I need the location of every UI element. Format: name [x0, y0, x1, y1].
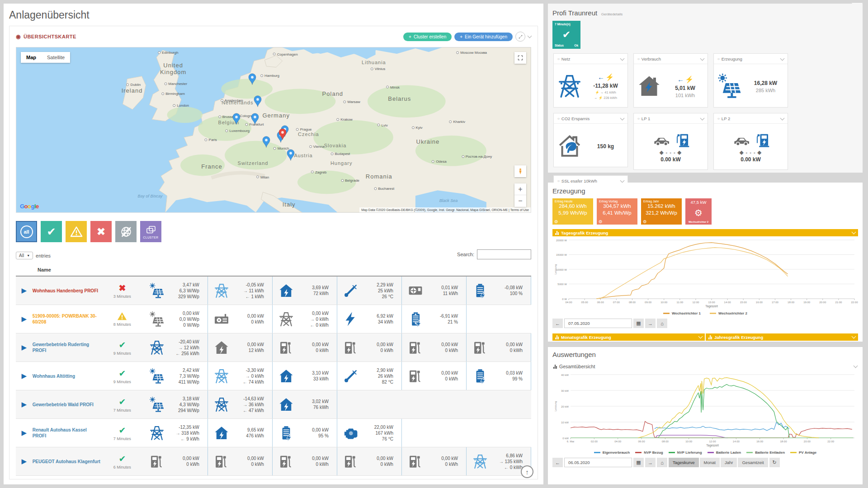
tagesgrafik-header[interactable]: Tagesgrafik Erzeugung: [552, 229, 858, 236]
plant-name-link[interactable]: Wohnhaus Altötting: [33, 362, 101, 390]
chevron-down-icon[interactable]: [780, 56, 785, 61]
filter-error-button[interactable]: ✖: [90, 221, 112, 242]
map-marker[interactable]: [248, 73, 257, 85]
map-fullscreen-button[interactable]: [514, 52, 526, 64]
cell-value-line: 411 W/Wp: [165, 379, 199, 385]
plus-icon: +: [409, 34, 411, 39]
table-row[interactable]: ▶Gewerbebetrieb Ruderting PROFI✔9 Minute…: [16, 333, 531, 362]
date-field[interactable]: 07.05.2020: [564, 319, 632, 328]
chevron-down-icon[interactable]: [620, 178, 625, 183]
play-button[interactable]: ▶: [16, 362, 33, 390]
satellite-button[interactable]: Satellite: [42, 52, 70, 63]
home-button[interactable]: ⌂: [657, 458, 667, 467]
plant-name-link[interactable]: Wohnhaus Handenberg PROFI: [33, 277, 101, 305]
inverter-card[interactable]: 47,5 kW⚙Wechselrichter 2: [685, 198, 712, 225]
play-button[interactable]: ▶: [16, 333, 33, 361]
status-tile[interactable]: 7 Minute(n) ✔ Status Ok: [552, 21, 580, 49]
table-row[interactable]: ▶Wohnhaus Handenberg PROFI✖3 Minutes3,47…: [16, 277, 531, 305]
chevron-down-icon[interactable]: [700, 56, 705, 61]
table-row[interactable]: ▶Renault Autohaus Kassel PROFI✔7 Minutes…: [16, 419, 531, 447]
filter-warning-button[interactable]: [66, 221, 87, 242]
svg-text:21:00: 21:00: [835, 301, 842, 304]
europe-map[interactable]: United KingdomIrelandFranceGermanyPoland…: [16, 47, 531, 213]
chevron-down-icon[interactable]: [528, 34, 532, 38]
table-row[interactable]: ▶Gewerbebetrieb Wald PROFI✔7 Minutes3,18…: [16, 390, 531, 419]
cell-value-line: 3,47 kW: [165, 282, 199, 288]
status-ok-icon: ✔: [118, 397, 126, 407]
home-button[interactable]: ⌂: [657, 319, 667, 328]
gesamt-header[interactable]: Gesamtübersicht: [552, 362, 858, 371]
map-marker[interactable]: [286, 149, 295, 161]
table-row[interactable]: ▶51909-00005: POWRBANK 30-60/2088 Minute…: [16, 305, 531, 333]
plant-name-link[interactable]: Renault Autohaus Kassel PROFI: [33, 419, 101, 447]
device-value-cell: -6,91 kW21 %: [402, 305, 467, 333]
plant-name-link[interactable]: Gewerbebetrieb Wald PROFI: [33, 390, 101, 418]
device-value-cell: 3,10 kW33 kWh: [273, 362, 337, 390]
cell-values: 3,69 kW72 kWh: [294, 285, 335, 296]
chart-canvas[interactable]: 0 kW10 kW20 kW30 kW40 kW6. Mai02:0004:00…: [552, 372, 858, 448]
map-marker[interactable]: [251, 113, 259, 125]
filter-offline-button[interactable]: [115, 221, 137, 242]
device-card-lp-2[interactable]: ○LP 2◆ - - - ◆0.00 kW: [713, 113, 788, 170]
chart-canvas[interactable]: 0 W5000 W10000 W15000 W20000 W04:0005:00…: [552, 237, 858, 309]
device-card-netz[interactable]: ○Netz← ⚡-11,28 kW⚡ → 41 kWh← ⚡ 226 kWh: [553, 53, 628, 108]
table-row[interactable]: ▶PEUGEOT Autohaus Klagenfurt✔6 Minutes0,…: [16, 447, 531, 476]
view-tageskurve-button[interactable]: Tageskurve: [669, 458, 699, 467]
map-marker[interactable]: [232, 113, 241, 125]
search-input[interactable]: [477, 249, 531, 259]
name-column-header[interactable]: Name: [16, 267, 51, 272]
table-row[interactable]: ▶Wohnhaus Altötting✔9 Minutes2,42 kW7,3 …: [16, 362, 531, 390]
scroll-top-button[interactable]: ↑: [521, 465, 533, 478]
next-day-button[interactable]: →: [645, 319, 656, 328]
zoom-out-button[interactable]: −: [514, 195, 526, 207]
add-device-button[interactable]: + Ein Gerät hinzufügen: [454, 33, 513, 41]
device-card-lp-1[interactable]: ○LP 1◆ - - - ◆0.00 kW: [633, 113, 708, 170]
cell-values: 0,00 kW0 kWh: [359, 455, 400, 467]
map-marker[interactable]: [253, 95, 262, 108]
filter-all-button[interactable]: all: [16, 221, 37, 242]
device-card-co2-ersparnis[interactable]: ○CO2 Ersparnis150 kg: [553, 113, 628, 167]
chevron-down-icon[interactable]: [700, 116, 705, 120]
zoom-in-button[interactable]: +: [514, 183, 526, 195]
entries-select[interactable]: All ▼: [16, 252, 33, 259]
plant-name-link[interactable]: 51909-00005: POWRBANK 30-60/208: [33, 305, 101, 333]
pegman-button[interactable]: [514, 165, 526, 177]
view-jahr-button[interactable]: Jahr: [721, 458, 737, 467]
calendar-icon[interactable]: ▦: [633, 319, 644, 328]
map-marker[interactable]: [278, 128, 287, 141]
create-cluster-button[interactable]: + Cluster erstellen: [403, 33, 452, 41]
ertrag-card[interactable]: Ertrag Heute284,60 kWh5,99 Wh/Wp⚙: [552, 198, 593, 225]
chevron-down-icon[interactable]: [620, 116, 625, 120]
date-field[interactable]: 06.05.2020: [564, 458, 632, 467]
filter-cluster-button[interactable]: CLUSTER: [140, 221, 161, 242]
next-day-button[interactable]: →: [645, 458, 656, 467]
cell-value-line: 3,02 kW: [294, 399, 329, 404]
play-button[interactable]: ▶: [16, 305, 33, 333]
collapsed-graph-bar[interactable]: Jahresgrafik Erzeugung: [706, 333, 858, 341]
status-age: 6 Minutes: [113, 465, 131, 469]
refresh-button[interactable]: ↻: [769, 458, 780, 467]
status-tile-value: Ok: [574, 44, 578, 47]
filter-ok-button[interactable]: ✔: [41, 221, 62, 242]
calendar-icon[interactable]: ▦: [633, 458, 644, 467]
chevron-down-icon[interactable]: [780, 116, 785, 120]
prev-day-button[interactable]: ←: [552, 319, 563, 328]
plant-name-link[interactable]: PEUGEOT Autohaus Klagenfurt: [33, 447, 101, 475]
play-button[interactable]: ▶: [16, 390, 33, 418]
play-button[interactable]: ▶: [16, 447, 33, 475]
prev-day-button[interactable]: ←: [552, 458, 563, 467]
chevron-down-icon[interactable]: [620, 56, 625, 61]
expand-panel-button[interactable]: [515, 32, 525, 42]
play-button[interactable]: ▶: [16, 419, 33, 447]
ertrag-card[interactable]: Ertrag Jahr15.262 kWh321,2 Wh/Wp⚙: [641, 198, 682, 225]
ertrag-card[interactable]: Ertrag Vortag304,57 kWh6,41 Wh/Wp⚙: [597, 198, 637, 225]
play-button[interactable]: ▶: [16, 277, 33, 305]
map-button[interactable]: Map: [21, 52, 42, 63]
view-gesamtzeit-button[interactable]: Gesamtzeit: [738, 458, 768, 467]
view-monat-button[interactable]: Monat: [700, 458, 720, 467]
map-marker[interactable]: [262, 136, 271, 148]
device-card-erzeugung[interactable]: ○Erzeugung16,28 kW285 kWh: [713, 53, 788, 108]
collapsed-graph-bar[interactable]: Monatsgrafik Erzeugung: [552, 333, 705, 341]
device-card-verbrauch[interactable]: ○Verbrauch← ⚡5,01 kW101 kWh: [633, 53, 708, 108]
plant-name-link[interactable]: Gewerbebetrieb Ruderting PROFI: [33, 333, 101, 361]
